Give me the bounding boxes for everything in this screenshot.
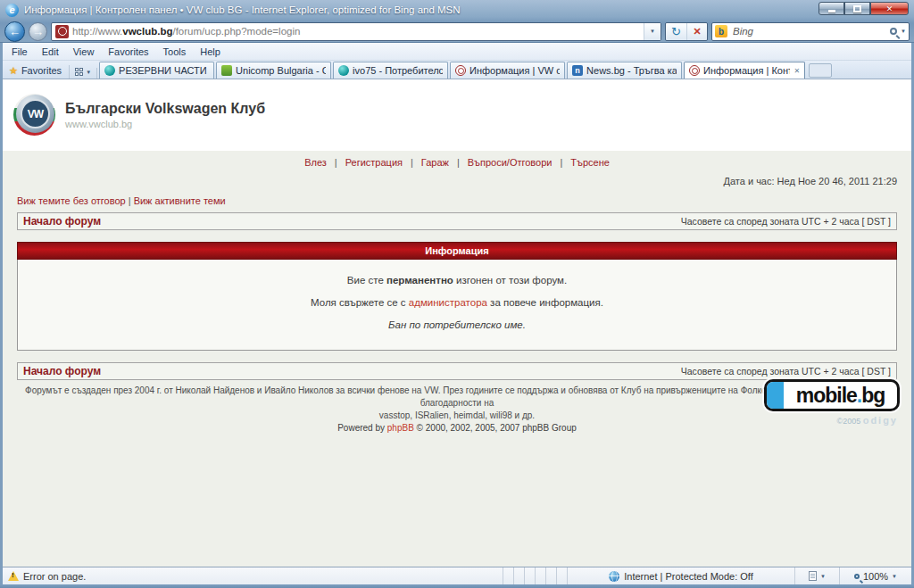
menu-help[interactable]: Help bbox=[200, 46, 220, 57]
chevron-down-icon: ▼ bbox=[820, 574, 826, 579]
security-zone: Internet | Protected Mode: Off bbox=[568, 567, 795, 584]
administrator-link[interactable]: администратора bbox=[409, 297, 487, 308]
star-icon: ★ bbox=[9, 66, 18, 76]
url-dropdown-button[interactable]: ▼ bbox=[644, 23, 661, 40]
ban-line-2: Моля свържете се с администратора за пов… bbox=[27, 297, 887, 308]
browser-tab[interactable]: n News.bg - Тръгва кампан... bbox=[567, 62, 682, 79]
chevron-down-icon: ▼ bbox=[892, 574, 897, 579]
browser-tab[interactable]: Unicomp Bulgaria - Conta... bbox=[216, 62, 331, 79]
title-bar: e Информация | Контролен панел • VW club… bbox=[0, 0, 914, 20]
menu-tools[interactable]: Tools bbox=[163, 46, 187, 57]
nav-faq-link[interactable]: Въпроси/Отговори bbox=[468, 157, 553, 168]
nav-garage-link[interactable]: Гараж bbox=[421, 157, 449, 168]
status-bar: ! Error on page. Internet | Protected Mo… bbox=[3, 567, 911, 584]
close-button[interactable]: ✕ bbox=[870, 2, 909, 15]
menu-favorites[interactable]: Favorites bbox=[108, 46, 148, 57]
nav-search-link[interactable]: Търсене bbox=[570, 157, 610, 168]
favorites-button[interactable]: ★ Favorites bbox=[5, 65, 70, 79]
nav-register-link[interactable]: Регистрация bbox=[345, 157, 403, 168]
forum-index-link[interactable]: Начало форум bbox=[23, 215, 101, 228]
odigy-credit: ©2005 odigy bbox=[764, 415, 900, 426]
forum-index-link[interactable]: Начало форум bbox=[23, 365, 101, 377]
teal-globe-icon bbox=[104, 65, 115, 76]
active-topics-link[interactable]: Виж активните теми bbox=[134, 195, 226, 206]
mobile-bg-ad[interactable]: mobile.bg ©2005 odigy bbox=[764, 379, 900, 426]
news-icon: n bbox=[572, 65, 583, 76]
info-banner: Информация bbox=[17, 242, 897, 260]
url-text: http://www.vwclub.bg/forum/ucp.php?mode=… bbox=[72, 26, 644, 37]
mobile-bg-logo[interactable]: mobile.bg bbox=[764, 379, 900, 411]
datetime-text: Дата и час: Нед Ное 20 46, 2011 21:29 bbox=[3, 176, 911, 186]
forum-index-bar: Начало форум Часовете са според зоната U… bbox=[17, 362, 897, 380]
menu-bar: File Edit View Favorites Tools Help bbox=[3, 43, 911, 61]
url-field[interactable]: http://www.vwclub.bg/forum/ucp.php?mode=… bbox=[51, 22, 661, 41]
search-box[interactable]: b ▼ bbox=[711, 22, 910, 41]
vw-icon bbox=[689, 65, 700, 76]
search-icon[interactable] bbox=[890, 28, 897, 35]
phpbb-link[interactable]: phpBB bbox=[387, 423, 414, 433]
site-subtitle: www.vwclub.bg bbox=[65, 119, 265, 129]
unicomp-icon bbox=[221, 65, 232, 76]
quick-tabs-button[interactable]: ▼ bbox=[70, 68, 97, 79]
bing-icon: b bbox=[715, 25, 727, 37]
search-input[interactable] bbox=[731, 25, 886, 37]
chevron-down-icon: ▼ bbox=[650, 29, 655, 34]
ban-reason: Бан по потребителско име. bbox=[27, 319, 887, 330]
ie-logo-icon: e bbox=[5, 4, 19, 17]
timezone-text: Часовете са според зоната UTC + 2 часа [… bbox=[681, 216, 891, 227]
nav-login-link[interactable]: Влез bbox=[304, 157, 327, 168]
vw-club-logo-icon[interactable]: VW bbox=[13, 94, 55, 136]
browser-window: e Информация | Контролен панел • VW club… bbox=[0, 0, 914, 588]
menu-file[interactable]: File bbox=[12, 46, 28, 57]
tab-close-icon[interactable]: ✕ bbox=[794, 67, 800, 75]
stop-button[interactable]: ✕ bbox=[686, 23, 707, 40]
ban-line-1: Вие сте перманентно изгонен от този фору… bbox=[27, 275, 887, 286]
ban-message-box: Вие сте перманентно изгонен от този фору… bbox=[17, 260, 897, 351]
address-bar: ← → http://www.vwclub.bg/forum/ucp.php?m… bbox=[0, 20, 914, 43]
vw-icon bbox=[455, 65, 466, 76]
unanswered-topics-link[interactable]: Виж темите без отговор bbox=[17, 195, 126, 206]
browser-tab-active[interactable]: Информация | Контро... ✕ bbox=[684, 62, 805, 79]
status-error[interactable]: ! Error on page. bbox=[3, 567, 503, 584]
zoom-icon bbox=[854, 574, 860, 579]
maximize-icon bbox=[853, 5, 861, 12]
mobile-blue-stripe bbox=[767, 382, 784, 409]
forward-button[interactable]: → bbox=[29, 22, 47, 41]
timezone-text: Часовете са според зоната UTC + 2 часа [… bbox=[681, 366, 891, 377]
forum-nav: Влез | Регистрация | Гараж | Въпроси/Отг… bbox=[3, 151, 911, 170]
browser-tab[interactable]: РЕЗЕРВНИ ЧАСТИ ЗА ЛА... bbox=[99, 62, 214, 79]
back-button[interactable]: ← bbox=[4, 21, 25, 42]
vw-favicon-icon bbox=[55, 25, 69, 38]
browser-tab[interactable]: ivo75 - Потребителски пр... bbox=[333, 62, 448, 79]
chevron-down-icon[interactable]: ▼ bbox=[901, 29, 906, 34]
minimize-icon bbox=[828, 10, 835, 12]
forum-index-bar: Начало форум Часовете са според зоната U… bbox=[17, 212, 897, 230]
page-content: VW Български Volkswagen Клуб www.vwclub.… bbox=[3, 79, 911, 567]
view-links: Виж темите без отговор | Виж активните т… bbox=[3, 195, 911, 206]
new-tab-button[interactable] bbox=[809, 63, 832, 78]
menu-view[interactable]: View bbox=[73, 46, 95, 57]
warning-icon: ! bbox=[8, 571, 19, 581]
minimize-button[interactable] bbox=[818, 2, 844, 15]
site-title: Български Volkswagen Клуб bbox=[65, 101, 265, 117]
site-header: VW Български Volkswagen Клуб www.vwclub.… bbox=[3, 79, 911, 151]
teal-globe-icon bbox=[338, 65, 349, 76]
chevron-down-icon: ▼ bbox=[86, 70, 91, 75]
refresh-button[interactable]: ↻ bbox=[666, 23, 686, 40]
browser-tab[interactable]: Информация | VW club BG bbox=[450, 62, 565, 79]
globe-icon bbox=[609, 571, 619, 582]
window-chrome: e Информация | Контролен панел • VW club… bbox=[0, 0, 914, 43]
quick-tabs-icon bbox=[75, 68, 83, 76]
window-title: Информация | Контролен панел • VW club B… bbox=[24, 4, 813, 15]
window-frame-bottom bbox=[0, 584, 914, 588]
page-icon bbox=[809, 571, 817, 581]
maximize-button[interactable] bbox=[844, 2, 870, 15]
tab-bar: ★ Favorites ▼ РЕЗЕРВНИ ЧАСТИ ЗА ЛА... Un… bbox=[3, 61, 911, 79]
menu-edit[interactable]: Edit bbox=[42, 46, 59, 57]
zoom-control[interactable]: 100% ▼ bbox=[840, 567, 911, 584]
compatibility-button[interactable]: ▼ bbox=[795, 567, 840, 584]
